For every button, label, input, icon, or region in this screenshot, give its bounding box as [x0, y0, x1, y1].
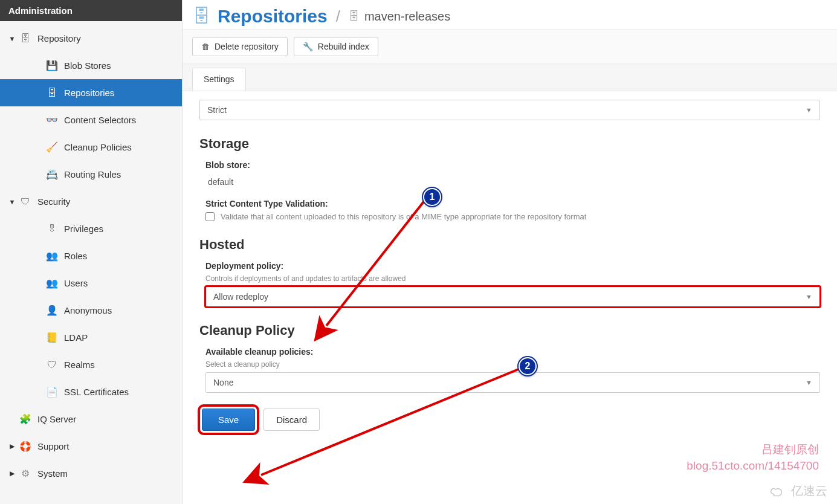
sidebar-item-label: IQ Server	[37, 414, 76, 424]
deployment-policy-select[interactable]: Allow redeploy ▼	[205, 286, 820, 307]
sidebar-group-label: System	[37, 468, 68, 479]
chevron-down-icon: ▼	[806, 379, 812, 386]
deployment-policy-label: Deployment policy:	[205, 261, 820, 271]
caret-down-icon: ▼	[8, 198, 16, 205]
caret-right-icon: ▶	[8, 470, 16, 477]
sidebar-item-cleanup-policies[interactable]: 🧹 Cleanup Policies	[0, 134, 182, 161]
select-value: None	[213, 378, 233, 387]
page-header: 🗄 Repositories / 🗄 maven-releases	[183, 0, 837, 30]
rebuild-index-button[interactable]: 🔧 Rebuild index	[294, 37, 378, 56]
badge-icon: 🎖	[46, 224, 58, 234]
sidebar-item-users[interactable]: 👥 Users	[0, 270, 182, 297]
sidebar-item-label: Roles	[64, 251, 87, 261]
caret-right-icon: ▶	[8, 442, 16, 450]
available-cleanup-policies-label: Available cleanup policies:	[205, 347, 820, 357]
sidebar-item-privileges[interactable]: 🎖 Privileges	[0, 215, 182, 242]
breadcrumb-repo-name: maven-releases	[364, 10, 450, 24]
toolbar: 🗑 Delete repository 🔧 Rebuild index	[183, 30, 837, 64]
users-icon: 👥	[46, 277, 58, 289]
watermark-brand: 亿速云	[769, 483, 827, 499]
broom-icon: 🧹	[46, 141, 58, 153]
strict-content-type-label: Strict Content Type Validation:	[205, 199, 820, 208]
main: 🗄 Repositories / 🗄 maven-releases 🗑 Dele…	[183, 0, 837, 504]
puzzle-icon: 🧩	[19, 413, 31, 425]
action-row: Save Discard	[199, 409, 820, 431]
sidebar-item-label: Blob Stores	[64, 60, 111, 71]
tab-bar: Settings	[183, 64, 837, 91]
sidebar-group-system[interactable]: ▶ ⚙ System	[0, 460, 182, 487]
database-icon: 🗄	[46, 88, 58, 99]
gear-icon: ⚙	[19, 468, 31, 479]
form-scroll[interactable]: Strict ▼ Storage Blob store: default Str…	[183, 91, 837, 504]
chevron-down-icon: ▼	[806, 293, 812, 300]
watermark-author: 吕建钊原创 blog.51cto.com/14154700	[687, 442, 819, 474]
discard-button[interactable]: Discard	[263, 409, 320, 431]
sidebar-item-label: Content Selectors	[64, 115, 136, 125]
sidebar-item-repositories[interactable]: 🗄 Repositories	[0, 79, 182, 106]
page-title: Repositories	[218, 6, 328, 27]
lifebuoy-icon: 🛟	[19, 441, 31, 452]
database-icon: 🗄	[192, 6, 210, 27]
sidebar-item-iq-server[interactable]: 🧩 IQ Server	[0, 405, 182, 433]
database-icon: 🗄	[349, 10, 360, 23]
deployment-policy-desc: Controls if deployments of and updates t…	[205, 274, 820, 283]
card-icon: 📇	[46, 169, 58, 180]
sidebar-item-label: SSL Certificates	[64, 387, 129, 397]
sidebar-header: Administration	[0, 0, 182, 21]
breadcrumb-sep: /	[336, 7, 340, 26]
trash-icon: 🗑	[201, 42, 210, 51]
sidebar: Administration ▼ 🗄 Repository 💾 Blob Sto…	[0, 0, 183, 504]
sidebar-item-label: Users	[64, 278, 88, 288]
sidebar-item-label: LDAP	[64, 332, 88, 343]
chevron-down-icon: ▼	[806, 106, 812, 114]
sidebar-item-label: Realms	[64, 360, 95, 370]
sidebar-item-ldap[interactable]: 📒 LDAP	[0, 324, 182, 351]
shield-icon: 🛡	[46, 360, 58, 370]
save-button[interactable]: Save	[202, 409, 255, 431]
button-label: Delete repository	[215, 42, 279, 51]
select-value: Allow redeploy	[213, 292, 268, 302]
available-cleanup-policies-select[interactable]: None ▼	[205, 372, 820, 393]
section-heading-hosted: Hosted	[199, 237, 820, 253]
sidebar-group-label: Repository	[37, 33, 81, 44]
sidebar-item-label: Repositories	[64, 88, 114, 98]
delete-repository-button[interactable]: 🗑 Delete repository	[192, 37, 288, 56]
sidebar-item-routing-rules[interactable]: 📇 Routing Rules	[0, 161, 182, 188]
sidebar-item-realms[interactable]: 🛡 Realms	[0, 351, 182, 378]
sidebar-group-support[interactable]: ▶ 🛟 Support	[0, 433, 182, 460]
layout-policy-select[interactable]: Strict ▼	[199, 100, 820, 120]
sidebar-item-label: Privileges	[64, 224, 103, 234]
sidebar-item-anonymous[interactable]: 👤 Anonymous	[0, 297, 182, 324]
sidebar-item-ssl-certificates[interactable]: 📄 SSL Certificates	[0, 378, 182, 405]
sidebar-group-security[interactable]: ▼ 🛡 Security	[0, 188, 182, 215]
sidebar-group-repository[interactable]: ▼ 🗄 Repository	[0, 25, 182, 52]
sidebar-item-content-selectors[interactable]: 👓 Content Selectors	[0, 106, 182, 134]
person-icon: 👤	[46, 305, 58, 316]
section-heading-storage: Storage	[199, 136, 820, 152]
users-icon: 👥	[46, 250, 58, 262]
caret-down-icon: ▼	[8, 35, 16, 42]
certificate-icon: 📄	[46, 386, 58, 398]
button-label: Rebuild index	[318, 42, 369, 51]
drive-icon: 💾	[46, 60, 58, 71]
glasses-icon: 👓	[46, 114, 58, 126]
tab-settings[interactable]: Settings	[192, 68, 246, 91]
sidebar-item-blob-stores[interactable]: 💾 Blob Stores	[0, 52, 182, 79]
sidebar-item-label: Cleanup Policies	[64, 142, 132, 152]
select-value: Strict	[207, 105, 227, 115]
sidebar-group-label: Security	[37, 196, 70, 207]
blob-store-label: Blob store:	[205, 160, 820, 170]
strict-content-type-checkbox[interactable]	[205, 212, 215, 221]
wrench-icon: 🔧	[303, 42, 313, 51]
available-cleanup-policies-desc: Select a cleanup policy	[205, 360, 820, 369]
database-icon: 🗄	[19, 33, 31, 44]
blob-store-value: default	[205, 173, 820, 190]
shield-icon: 🛡	[19, 196, 31, 207]
sidebar-item-roles[interactable]: 👥 Roles	[0, 242, 182, 270]
strict-content-type-checkbox-row[interactable]: Validate that all content uploaded to th…	[205, 212, 820, 221]
book-icon: 📒	[46, 332, 58, 343]
sidebar-group-label: Support	[37, 441, 69, 451]
sidebar-item-label: Anonymous	[64, 305, 112, 315]
checkbox-desc: Validate that all content uploaded to th…	[221, 212, 586, 221]
sidebar-tree: ▼ 🗄 Repository 💾 Blob Stores 🗄 Repositor…	[0, 21, 182, 487]
